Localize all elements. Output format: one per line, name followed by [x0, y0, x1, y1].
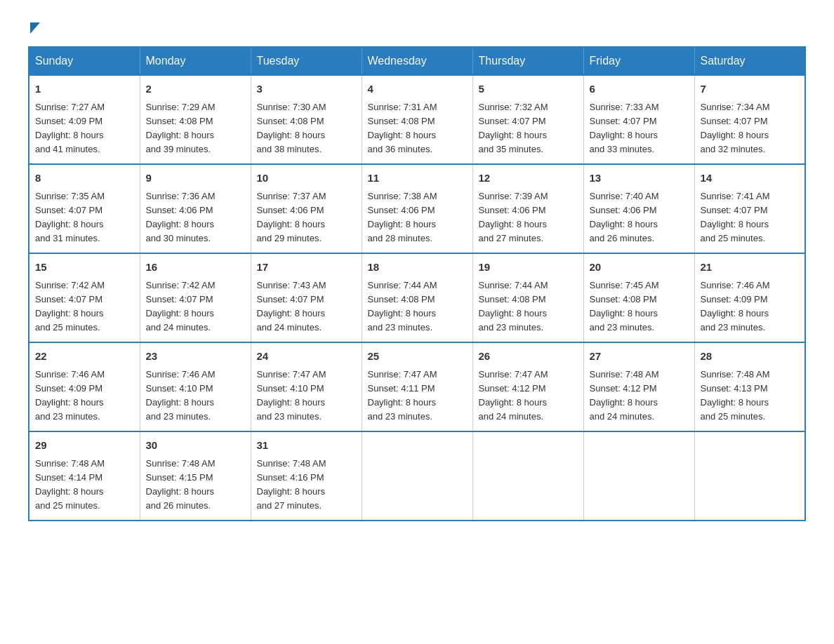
- day-number: 26: [479, 349, 578, 365]
- calendar-cell: 18Sunrise: 7:44 AMSunset: 4:08 PMDayligh…: [362, 253, 472, 342]
- day-number: 25: [368, 349, 467, 365]
- day-number: 7: [701, 81, 800, 98]
- day-number: 29: [35, 438, 134, 454]
- calendar-cell: [362, 431, 472, 521]
- calendar-cell: 28Sunrise: 7:48 AMSunset: 4:13 PMDayligh…: [694, 342, 805, 431]
- calendar-cell: 22Sunrise: 7:46 AMSunset: 4:09 PMDayligh…: [29, 342, 140, 431]
- weekday-header-row: SundayMondayTuesdayWednesdayThursdayFrid…: [29, 47, 805, 75]
- calendar-cell: 6Sunrise: 7:33 AMSunset: 4:07 PMDaylight…: [583, 75, 694, 164]
- calendar-cell: 2Sunrise: 7:29 AMSunset: 4:08 PMDaylight…: [140, 75, 251, 164]
- day-info: Sunrise: 7:46 AMSunset: 4:09 PMDaylight:…: [701, 280, 770, 333]
- day-number: 9: [146, 170, 245, 187]
- day-info: Sunrise: 7:41 AMSunset: 4:07 PMDaylight:…: [701, 191, 770, 243]
- day-info: Sunrise: 7:35 AMSunset: 4:07 PMDaylight:…: [35, 191, 105, 243]
- calendar-cell: 26Sunrise: 7:47 AMSunset: 4:12 PMDayligh…: [472, 342, 583, 431]
- day-number: 23: [146, 349, 245, 365]
- day-info: Sunrise: 7:38 AMSunset: 4:06 PMDaylight:…: [368, 191, 437, 243]
- calendar-cell: 19Sunrise: 7:44 AMSunset: 4:08 PMDayligh…: [472, 253, 583, 342]
- calendar-cell: 11Sunrise: 7:38 AMSunset: 4:06 PMDayligh…: [362, 164, 472, 253]
- weekday-header-tuesday: Tuesday: [251, 47, 362, 75]
- calendar-cell: 16Sunrise: 7:42 AMSunset: 4:07 PMDayligh…: [140, 253, 251, 342]
- day-info: Sunrise: 7:36 AMSunset: 4:06 PMDaylight:…: [146, 191, 216, 243]
- calendar-cell: 10Sunrise: 7:37 AMSunset: 4:06 PMDayligh…: [251, 164, 362, 253]
- calendar-cell: [694, 431, 805, 521]
- day-info: Sunrise: 7:37 AMSunset: 4:06 PMDaylight:…: [257, 191, 326, 243]
- day-number: 1: [35, 81, 134, 98]
- calendar-cell: 12Sunrise: 7:39 AMSunset: 4:06 PMDayligh…: [472, 164, 583, 253]
- day-number: 10: [257, 170, 356, 187]
- day-info: Sunrise: 7:48 AMSunset: 4:15 PMDaylight:…: [146, 458, 216, 511]
- day-number: 22: [35, 349, 134, 365]
- day-number: 21: [701, 260, 800, 276]
- day-info: Sunrise: 7:47 AMSunset: 4:10 PMDaylight:…: [257, 369, 326, 422]
- day-info: Sunrise: 7:40 AMSunset: 4:06 PMDaylight:…: [590, 191, 659, 243]
- day-number: 5: [479, 81, 578, 98]
- day-info: Sunrise: 7:27 AMSunset: 4:09 PMDaylight:…: [35, 102, 105, 154]
- day-number: 16: [146, 260, 245, 276]
- weekday-header-wednesday: Wednesday: [362, 47, 472, 75]
- day-number: 14: [701, 170, 800, 187]
- calendar-week-row: 29Sunrise: 7:48 AMSunset: 4:14 PMDayligh…: [29, 431, 805, 521]
- day-number: 4: [368, 81, 467, 98]
- day-info: Sunrise: 7:42 AMSunset: 4:07 PMDaylight:…: [35, 280, 105, 333]
- calendar-cell: 24Sunrise: 7:47 AMSunset: 4:10 PMDayligh…: [251, 342, 362, 431]
- day-number: 12: [479, 170, 578, 187]
- day-info: Sunrise: 7:44 AMSunset: 4:08 PMDaylight:…: [368, 280, 437, 333]
- day-info: Sunrise: 7:30 AMSunset: 4:08 PMDaylight:…: [257, 102, 326, 154]
- day-info: Sunrise: 7:34 AMSunset: 4:07 PMDaylight:…: [701, 102, 770, 154]
- day-info: Sunrise: 7:46 AMSunset: 4:09 PMDaylight:…: [35, 369, 105, 422]
- day-info: Sunrise: 7:47 AMSunset: 4:12 PMDaylight:…: [479, 369, 548, 422]
- calendar-cell: 7Sunrise: 7:34 AMSunset: 4:07 PMDaylight…: [694, 75, 805, 164]
- logo: [28, 21, 40, 32]
- day-info: Sunrise: 7:44 AMSunset: 4:08 PMDaylight:…: [479, 280, 548, 333]
- calendar-cell: 17Sunrise: 7:43 AMSunset: 4:07 PMDayligh…: [251, 253, 362, 342]
- calendar-cell: 13Sunrise: 7:40 AMSunset: 4:06 PMDayligh…: [583, 164, 694, 253]
- day-info: Sunrise: 7:33 AMSunset: 4:07 PMDaylight:…: [590, 102, 659, 154]
- day-number: 13: [590, 170, 689, 187]
- weekday-header-saturday: Saturday: [694, 47, 805, 75]
- calendar-cell: 29Sunrise: 7:48 AMSunset: 4:14 PMDayligh…: [29, 431, 140, 521]
- calendar-week-row: 22Sunrise: 7:46 AMSunset: 4:09 PMDayligh…: [29, 342, 805, 431]
- day-info: Sunrise: 7:48 AMSunset: 4:12 PMDaylight:…: [590, 369, 659, 422]
- day-number: 30: [146, 438, 245, 454]
- day-info: Sunrise: 7:47 AMSunset: 4:11 PMDaylight:…: [368, 369, 437, 422]
- day-number: 28: [701, 349, 800, 365]
- calendar-cell: 1Sunrise: 7:27 AMSunset: 4:09 PMDaylight…: [29, 75, 140, 164]
- calendar-table: SundayMondayTuesdayWednesdayThursdayFrid…: [28, 46, 806, 521]
- day-number: 11: [368, 170, 467, 187]
- calendar-cell: 21Sunrise: 7:46 AMSunset: 4:09 PMDayligh…: [694, 253, 805, 342]
- calendar-week-row: 8Sunrise: 7:35 AMSunset: 4:07 PMDaylight…: [29, 164, 805, 253]
- calendar-cell: 9Sunrise: 7:36 AMSunset: 4:06 PMDaylight…: [140, 164, 251, 253]
- logo-arrow-icon: [30, 22, 40, 34]
- calendar-cell: 8Sunrise: 7:35 AMSunset: 4:07 PMDaylight…: [29, 164, 140, 253]
- calendar-cell: 5Sunrise: 7:32 AMSunset: 4:07 PMDaylight…: [472, 75, 583, 164]
- day-info: Sunrise: 7:48 AMSunset: 4:13 PMDaylight:…: [701, 369, 770, 422]
- day-info: Sunrise: 7:42 AMSunset: 4:07 PMDaylight:…: [146, 280, 216, 333]
- day-number: 27: [590, 349, 689, 365]
- day-number: 8: [35, 170, 134, 187]
- calendar-cell: 20Sunrise: 7:45 AMSunset: 4:08 PMDayligh…: [583, 253, 694, 342]
- day-number: 18: [368, 260, 467, 276]
- calendar-week-row: 15Sunrise: 7:42 AMSunset: 4:07 PMDayligh…: [29, 253, 805, 342]
- calendar-week-row: 1Sunrise: 7:27 AMSunset: 4:09 PMDaylight…: [29, 75, 805, 164]
- calendar-cell: 31Sunrise: 7:48 AMSunset: 4:16 PMDayligh…: [251, 431, 362, 521]
- day-info: Sunrise: 7:48 AMSunset: 4:16 PMDaylight:…: [257, 458, 326, 511]
- weekday-header-sunday: Sunday: [29, 47, 140, 75]
- calendar-cell: 27Sunrise: 7:48 AMSunset: 4:12 PMDayligh…: [583, 342, 694, 431]
- calendar-cell: 25Sunrise: 7:47 AMSunset: 4:11 PMDayligh…: [362, 342, 472, 431]
- day-info: Sunrise: 7:29 AMSunset: 4:08 PMDaylight:…: [146, 102, 216, 154]
- weekday-header-monday: Monday: [140, 47, 251, 75]
- calendar-cell: 3Sunrise: 7:30 AMSunset: 4:08 PMDaylight…: [251, 75, 362, 164]
- calendar-cell: 30Sunrise: 7:48 AMSunset: 4:15 PMDayligh…: [140, 431, 251, 521]
- page-header: [28, 21, 806, 32]
- calendar-cell: [583, 431, 694, 521]
- weekday-header-friday: Friday: [583, 47, 694, 75]
- calendar-cell: 4Sunrise: 7:31 AMSunset: 4:08 PMDaylight…: [362, 75, 472, 164]
- day-info: Sunrise: 7:39 AMSunset: 4:06 PMDaylight:…: [479, 191, 548, 243]
- calendar-cell: 23Sunrise: 7:46 AMSunset: 4:10 PMDayligh…: [140, 342, 251, 431]
- day-number: 15: [35, 260, 134, 276]
- calendar-cell: [472, 431, 583, 521]
- day-number: 2: [146, 81, 245, 98]
- day-info: Sunrise: 7:48 AMSunset: 4:14 PMDaylight:…: [35, 458, 105, 511]
- day-number: 17: [257, 260, 356, 276]
